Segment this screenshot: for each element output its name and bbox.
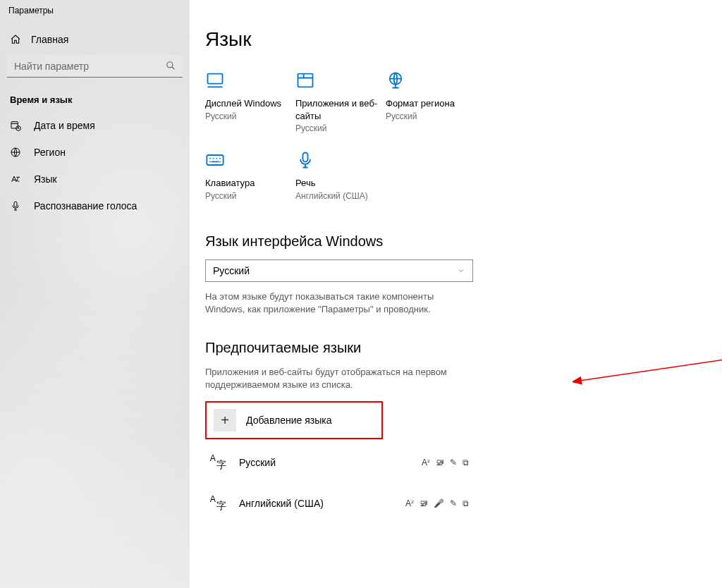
tile-sub: Русский — [205, 191, 291, 201]
language-row-english-us[interactable]: A字 Английский (США) Aᶻ 🖳 🎤 ✎ ⧉ — [205, 486, 473, 521]
preferred-languages-desc: Приложения и веб-сайты будут отображатьс… — [205, 366, 473, 391]
svg-text:A: A — [210, 495, 216, 505]
add-language-label: Добавление языка — [246, 415, 332, 426]
language-glyph-icon: A字 — [208, 452, 229, 473]
svg-line-14 — [580, 358, 722, 381]
search-input[interactable] — [7, 55, 183, 78]
nav-home-label: Главная — [31, 34, 68, 45]
main-content: Язык Дисплей Windows Русский Приложения … — [190, 0, 722, 588]
tile-sub: Русский — [205, 111, 291, 121]
display-language-value: Русский — [213, 265, 250, 276]
home-icon — [10, 34, 21, 45]
tile-title: Клавиатура — [205, 177, 291, 190]
search-icon — [166, 61, 176, 71]
apps-icon — [295, 71, 315, 90]
text-to-speech-feature-icon: 🖳 — [420, 499, 428, 508]
nav-item-speech[interactable]: Распознавание голоса — [0, 192, 190, 219]
language-name: Английский (США) — [239, 498, 405, 509]
chevron-down-icon — [457, 267, 465, 275]
microphone-icon — [295, 150, 315, 170]
tile-keyboard[interactable]: Клавиатура Русский — [205, 150, 295, 218]
language-feature-icons: Aᶻ 🖳 🎤 ✎ ⧉ — [405, 499, 469, 508]
language-glyph-icon: A字 — [208, 493, 229, 514]
text-to-speech-feature-icon: 🖳 — [436, 458, 444, 467]
handwriting-feature-icon: ✎ — [450, 458, 457, 467]
speech-feature-icon: ⧉ — [463, 458, 469, 467]
svg-rect-9 — [303, 153, 308, 162]
tile-speech[interactable]: Речь Английский (США) — [295, 150, 386, 218]
tile-sub: Русский — [295, 123, 381, 133]
tile-title: Приложения и веб-сайты — [295, 97, 381, 122]
handwriting-feature-icon: ✎ — [450, 499, 457, 508]
app-title: Параметры — [0, 0, 190, 20]
language-name: Русский — [239, 457, 422, 468]
settings-sidebar: Параметры Главная Время и язык Дата и вр… — [0, 0, 190, 588]
monitor-icon — [205, 71, 225, 90]
language-icon — [10, 173, 21, 185]
language-row-russian[interactable]: A字 Русский Aᶻ 🖳 ✎ ⧉ — [205, 445, 473, 480]
language-feature-icons: Aᶻ 🖳 ✎ ⧉ — [422, 458, 469, 467]
microphone-feature-icon: 🎤 — [434, 499, 444, 508]
display-language-help: На этом языке будут показываться такие к… — [205, 290, 473, 316]
nav-item-language[interactable]: Язык — [0, 166, 190, 192]
svg-text:字: 字 — [216, 500, 226, 511]
nav-item-label: Дата и время — [34, 120, 95, 131]
svg-rect-4 — [14, 202, 17, 207]
nav-group-title: Время и язык — [0, 85, 190, 112]
tile-title: Речь — [295, 177, 381, 190]
calendar-clock-icon — [10, 120, 21, 131]
nav-item-region[interactable]: Регион — [0, 139, 190, 166]
tile-title: Формат региона — [386, 97, 472, 110]
tile-row: Дисплей Windows Русский Приложения и веб… — [205, 71, 708, 150]
svg-text:A: A — [210, 454, 216, 464]
svg-rect-6 — [298, 74, 313, 87]
annotation-arrow — [573, 353, 722, 395]
add-language-button[interactable]: + Добавление языка — [205, 401, 383, 439]
nav-item-label: Распознавание голоса — [34, 200, 137, 212]
svg-rect-1 — [11, 122, 18, 128]
tile-region-format[interactable]: Формат региона Русский — [386, 71, 476, 150]
globe-icon — [10, 147, 21, 158]
plus-icon: + — [214, 409, 236, 431]
section-preferred-languages: Предпочитаемые языки — [205, 340, 708, 356]
display-language-feature-icon: Aᶻ — [422, 458, 430, 467]
svg-text:字: 字 — [216, 459, 226, 470]
keyboard-icon — [205, 150, 225, 170]
nav-item-label: Регион — [34, 147, 66, 158]
svg-rect-5 — [208, 74, 223, 84]
speech-feature-icon: ⧉ — [463, 499, 469, 508]
section-display-language: Язык интерфейса Windows — [205, 233, 708, 250]
nav-item-label: Язык — [34, 173, 57, 185]
svg-rect-8 — [207, 155, 223, 165]
tile-title: Дисплей Windows — [205, 97, 291, 110]
display-language-feature-icon: Aᶻ — [405, 499, 414, 508]
display-language-select[interactable]: Русский — [205, 259, 473, 282]
page-title: Язык — [205, 28, 708, 51]
microphone-icon — [10, 200, 21, 212]
nav-home[interactable]: Главная — [0, 20, 190, 55]
svg-point-0 — [167, 62, 173, 68]
globe-stand-icon — [386, 71, 405, 90]
tile-apps-websites[interactable]: Приложения и веб-сайты Русский — [295, 71, 386, 150]
tile-sub: Русский — [386, 111, 472, 121]
search-wrap — [0, 55, 190, 85]
nav-item-datetime[interactable]: Дата и время — [0, 112, 190, 139]
tile-row: Клавиатура Русский Речь Английский (США) — [205, 150, 708, 218]
tile-display-language[interactable]: Дисплей Windows Русский — [205, 71, 295, 150]
tile-sub: Английский (США) — [295, 191, 381, 201]
